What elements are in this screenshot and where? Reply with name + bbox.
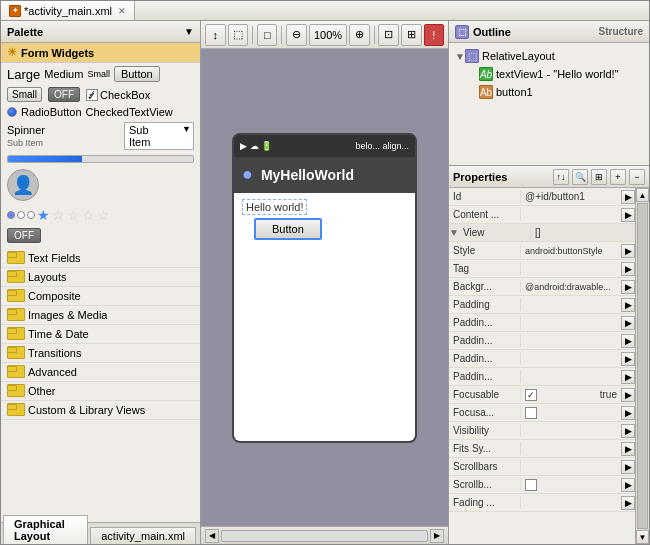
prop-name-visibility: Visibility (449, 424, 521, 437)
prop-columns-btn[interactable]: ⊞ (591, 169, 607, 185)
prop-sort-btn[interactable]: ↑↓ (553, 169, 569, 185)
radio-empty-3[interactable] (27, 211, 35, 219)
prop-expand-content[interactable]: ▶ (621, 208, 635, 222)
button-widget[interactable]: Button (254, 218, 322, 240)
checkbox-widget[interactable]: ✓ (86, 89, 98, 101)
radio-empty-2[interactable] (17, 211, 25, 219)
scroll-thumb[interactable] (637, 203, 648, 529)
prop-value-visibility[interactable] (521, 430, 621, 432)
prop-value-id[interactable]: @+id/button1 (521, 190, 621, 203)
category-other[interactable]: Other (1, 382, 200, 401)
editor-canvas[interactable]: ▶ ☁ 🔋 belo... align... ● MyHelloWorld He… (201, 49, 448, 526)
radio-button-widget[interactable] (7, 107, 17, 117)
structure-header-label: Structure (599, 26, 643, 37)
toolbar-zoom-out-btn[interactable]: ⊖ (286, 24, 307, 46)
spinner-widget[interactable]: Sub Item ▼ (124, 122, 194, 150)
focusable-checkbox[interactable]: ✓ (525, 389, 537, 401)
prop-value-fitssys[interactable] (521, 448, 621, 450)
tree-item-textview[interactable]: Ab textView1 - "Hello world!" (453, 65, 645, 83)
phone-status-icons: ▶ ☁ 🔋 (240, 141, 272, 151)
prop-name-focusable: Focusable (449, 388, 521, 401)
scroll-left-btn[interactable]: ◀ (205, 529, 219, 543)
prop-value-scrollb2[interactable] (521, 478, 621, 492)
prop-expand-fitssys[interactable]: ▶ (621, 442, 635, 456)
properties-vertical-scrollbar[interactable]: ▲ ▼ (635, 188, 649, 544)
text-small-preview: Small (87, 69, 110, 79)
prop-value-scrollbars[interactable] (521, 466, 621, 468)
scroll-right-btn[interactable]: ▶ (430, 529, 444, 543)
prop-expand-scrollb2[interactable]: ▶ (621, 478, 635, 492)
prop-add-btn[interactable]: + (610, 169, 626, 185)
toolbar-layout-btn[interactable]: □ (257, 24, 278, 46)
palette-header: Palette ▼ (1, 21, 200, 43)
palette-dropdown-btn[interactable]: ▼ (184, 26, 194, 37)
tree-item-button[interactable]: Ab button1 (453, 83, 645, 101)
toolbar-select-btn[interactable]: ⬚ (228, 24, 249, 46)
prop-expand-padding[interactable]: ▶ (621, 298, 635, 312)
prop-expand-visibility[interactable]: ▶ (621, 424, 635, 438)
radio-row: RadioButton CheckedTextView (1, 104, 200, 120)
toggle-off-widget[interactable]: OFF (7, 228, 41, 243)
button-preview[interactable]: Button (114, 66, 160, 82)
star-filled-1[interactable]: ★ (37, 207, 50, 223)
small-btn[interactable]: Small (7, 87, 42, 102)
category-composite[interactable]: Composite (1, 287, 200, 306)
off-btn[interactable]: OFF (48, 87, 80, 102)
prop-value-focusa2[interactable] (521, 406, 621, 420)
category-time-date[interactable]: Time & Date (1, 325, 200, 344)
prop-value-content[interactable] (521, 214, 621, 216)
file-tab-close[interactable]: ✕ (118, 6, 126, 16)
prop-expand-paddinr[interactable]: ▶ (621, 334, 635, 348)
toolbar-zoom-100-btn[interactable]: 100% (309, 24, 347, 46)
prop-expand-background[interactable]: ▶ (621, 280, 635, 294)
prop-value-style[interactable]: android:buttonStyle (521, 245, 621, 257)
prop-expand-scrollbars[interactable]: ▶ (621, 460, 635, 474)
category-transitions[interactable]: Transitions (1, 344, 200, 363)
prop-value-paddint[interactable] (521, 358, 621, 360)
prop-filter-btn[interactable]: 🔍 (572, 169, 588, 185)
toolbar-zoom-in-btn[interactable]: ⊕ (349, 24, 370, 46)
prop-value-paddinb[interactable] (521, 376, 621, 378)
tab-xml[interactable]: activity_main.xml (90, 527, 196, 544)
scroll-up-btn[interactable]: ▲ (636, 188, 649, 202)
prop-expand-tag[interactable]: ▶ (621, 262, 635, 276)
prop-expand-paddinb[interactable]: ▶ (621, 370, 635, 384)
tree-label-button: button1 (496, 86, 533, 98)
toolbar-grid-btn[interactable]: ⊞ (401, 24, 422, 46)
category-custom-library[interactable]: Custom & Library Views (1, 401, 200, 420)
star-empty-1: ☆ (52, 207, 65, 223)
category-layouts[interactable]: Layouts (1, 268, 200, 287)
file-tab-activity-main[interactable]: ✦ *activity_main.xml ✕ (1, 1, 135, 20)
toolbar-move-btn[interactable]: ↕ (205, 24, 226, 46)
prop-remove-btn[interactable]: − (629, 169, 645, 185)
prop-value-paddinr[interactable] (521, 340, 621, 342)
prop-expand-fading[interactable]: ▶ (621, 496, 635, 510)
prop-value-paddinl[interactable] (521, 322, 621, 324)
prop-value-background[interactable]: @android:drawable... (521, 281, 621, 293)
prop-value-tag[interactable] (521, 268, 621, 270)
toolbar-fit-btn[interactable]: ⊡ (378, 24, 399, 46)
toolbar-error-btn[interactable]: ! (424, 24, 445, 46)
file-tab-label: *activity_main.xml (24, 5, 112, 17)
scrollb2-checkbox[interactable] (525, 479, 537, 491)
category-advanced[interactable]: Advanced (1, 363, 200, 382)
prop-value-focusable[interactable]: ✓ true (521, 388, 621, 402)
editor-toolbar: ↕ ⬚ □ ⊖ 100% ⊕ ⊡ ⊞ ! (201, 21, 448, 49)
prop-value-fading[interactable] (521, 502, 621, 504)
horizontal-scrollbar[interactable] (221, 530, 428, 542)
prop-expand-paddint[interactable]: ▶ (621, 352, 635, 366)
prop-expand-focusable[interactable]: ▶ (621, 388, 635, 402)
prop-value-padding[interactable] (521, 304, 621, 306)
category-text-fields[interactable]: Text Fields (1, 249, 200, 268)
tree-item-relative-layout[interactable]: ▼ ⬚ RelativeLayout (453, 47, 645, 65)
prop-expand-style[interactable]: ▶ (621, 244, 635, 258)
prop-expand-focusa2[interactable]: ▶ (621, 406, 635, 420)
focusa2-checkbox[interactable] (525, 407, 537, 419)
scroll-down-btn[interactable]: ▼ (636, 530, 649, 544)
tab-graphical-layout[interactable]: Graphical Layout (3, 515, 88, 544)
prop-expand-id[interactable]: ▶ (621, 190, 635, 204)
radio-selected-1[interactable] (7, 211, 15, 219)
toolbar-sep-1 (252, 26, 253, 44)
prop-expand-paddinl[interactable]: ▶ (621, 316, 635, 330)
category-images-media[interactable]: Images & Media (1, 306, 200, 325)
